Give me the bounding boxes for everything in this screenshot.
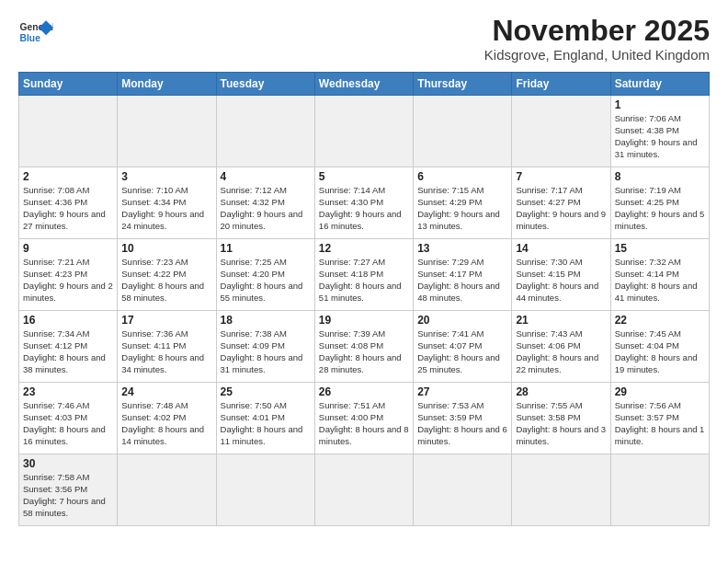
day-number: 28 <box>516 385 606 398</box>
day-info: Sunrise: 7:41 AM Sunset: 4:07 PM Dayligh… <box>417 328 507 375</box>
day-info: Sunrise: 7:30 AM Sunset: 4:15 PM Dayligh… <box>516 257 606 304</box>
weekday-header-row: Sunday Monday Tuesday Wednesday Thursday… <box>19 73 710 96</box>
day-number: 12 <box>319 242 409 255</box>
calendar-week-row: 1Sunrise: 7:06 AM Sunset: 4:38 PM Daylig… <box>19 96 710 167</box>
logo-area: General Blue <box>18 15 53 50</box>
table-row <box>512 454 610 526</box>
header-friday: Friday <box>512 73 610 96</box>
day-info: Sunrise: 7:10 AM Sunset: 4:34 PM Dayligh… <box>121 185 211 232</box>
day-info: Sunrise: 7:38 AM Sunset: 4:09 PM Dayligh… <box>221 328 311 375</box>
day-number: 8 <box>615 170 705 183</box>
table-row: 20Sunrise: 7:41 AM Sunset: 4:07 PM Dayli… <box>414 311 512 383</box>
table-row: 22Sunrise: 7:45 AM Sunset: 4:04 PM Dayli… <box>610 311 709 383</box>
day-info: Sunrise: 7:12 AM Sunset: 4:32 PM Dayligh… <box>221 185 311 232</box>
day-number: 9 <box>23 242 113 255</box>
table-row <box>414 96 512 167</box>
day-info: Sunrise: 7:15 AM Sunset: 4:29 PM Dayligh… <box>417 185 507 232</box>
day-info: Sunrise: 7:19 AM Sunset: 4:25 PM Dayligh… <box>615 185 705 232</box>
day-number: 17 <box>121 314 211 327</box>
calendar-subtitle: Kidsgrove, England, United Kingdom <box>484 47 710 63</box>
table-row: 17Sunrise: 7:36 AM Sunset: 4:11 PM Dayli… <box>118 311 216 383</box>
table-row <box>512 96 610 167</box>
day-number: 26 <box>319 385 409 398</box>
calendar-week-row: 30Sunrise: 7:58 AM Sunset: 3:56 PM Dayli… <box>19 454 710 526</box>
calendar-week-row: 16Sunrise: 7:34 AM Sunset: 4:12 PM Dayli… <box>19 311 710 383</box>
table-row <box>118 96 216 167</box>
table-row: 14Sunrise: 7:30 AM Sunset: 4:15 PM Dayli… <box>512 239 610 311</box>
table-row: 2Sunrise: 7:08 AM Sunset: 4:36 PM Daylig… <box>19 167 118 239</box>
day-info: Sunrise: 7:25 AM Sunset: 4:20 PM Dayligh… <box>221 257 311 304</box>
day-number: 11 <box>221 242 311 255</box>
day-number: 13 <box>417 242 507 255</box>
table-row: 10Sunrise: 7:23 AM Sunset: 4:22 PM Dayli… <box>118 239 216 311</box>
calendar-week-row: 2Sunrise: 7:08 AM Sunset: 4:36 PM Daylig… <box>19 167 710 239</box>
day-number: 6 <box>417 170 507 183</box>
table-row: 5Sunrise: 7:14 AM Sunset: 4:30 PM Daylig… <box>314 167 413 239</box>
calendar-week-row: 9Sunrise: 7:21 AM Sunset: 4:23 PM Daylig… <box>19 239 710 311</box>
header-monday: Monday <box>118 73 216 96</box>
day-number: 7 <box>516 170 606 183</box>
day-number: 10 <box>121 242 211 255</box>
day-number: 2 <box>23 170 113 183</box>
day-number: 25 <box>221 385 311 398</box>
header-thursday: Thursday <box>414 73 512 96</box>
table-row: 1Sunrise: 7:06 AM Sunset: 4:38 PM Daylig… <box>610 96 709 167</box>
svg-text:Blue: Blue <box>20 33 41 43</box>
day-number: 29 <box>615 385 705 398</box>
day-info: Sunrise: 7:39 AM Sunset: 4:08 PM Dayligh… <box>319 328 409 375</box>
day-info: Sunrise: 7:17 AM Sunset: 4:27 PM Dayligh… <box>516 185 606 232</box>
calendar-week-row: 23Sunrise: 7:46 AM Sunset: 4:03 PM Dayli… <box>19 383 710 454</box>
day-number: 16 <box>23 314 113 327</box>
day-info: Sunrise: 7:55 AM Sunset: 3:58 PM Dayligh… <box>516 400 606 447</box>
table-row: 19Sunrise: 7:39 AM Sunset: 4:08 PM Dayli… <box>314 311 413 383</box>
title-area: November 2025 Kidsgrove, England, United… <box>484 15 710 63</box>
day-info: Sunrise: 7:21 AM Sunset: 4:23 PM Dayligh… <box>23 257 113 304</box>
day-info: Sunrise: 7:58 AM Sunset: 3:56 PM Dayligh… <box>23 472 113 519</box>
day-info: Sunrise: 7:36 AM Sunset: 4:11 PM Dayligh… <box>121 328 211 375</box>
table-row: 12Sunrise: 7:27 AM Sunset: 4:18 PM Dayli… <box>314 239 413 311</box>
day-number: 27 <box>417 385 507 398</box>
day-number: 22 <box>615 314 705 327</box>
day-info: Sunrise: 7:48 AM Sunset: 4:02 PM Dayligh… <box>121 400 211 447</box>
day-info: Sunrise: 7:08 AM Sunset: 4:36 PM Dayligh… <box>23 185 113 232</box>
day-info: Sunrise: 7:45 AM Sunset: 4:04 PM Dayligh… <box>615 328 705 375</box>
day-info: Sunrise: 7:34 AM Sunset: 4:12 PM Dayligh… <box>23 328 113 375</box>
table-row: 11Sunrise: 7:25 AM Sunset: 4:20 PM Dayli… <box>216 239 314 311</box>
day-number: 21 <box>516 314 606 327</box>
generalblue-logo-icon: General Blue <box>18 15 53 50</box>
header-tuesday: Tuesday <box>216 73 314 96</box>
day-info: Sunrise: 7:27 AM Sunset: 4:18 PM Dayligh… <box>319 257 409 304</box>
header-wednesday: Wednesday <box>314 73 413 96</box>
header: General Blue November 2025 Kidsgrove, En… <box>18 15 710 63</box>
table-row: 4Sunrise: 7:12 AM Sunset: 4:32 PM Daylig… <box>216 167 314 239</box>
day-number: 24 <box>121 385 211 398</box>
day-number: 15 <box>615 242 705 255</box>
day-number: 3 <box>121 170 211 183</box>
day-number: 1 <box>615 98 705 111</box>
day-info: Sunrise: 7:32 AM Sunset: 4:14 PM Dayligh… <box>615 257 705 304</box>
table-row: 21Sunrise: 7:43 AM Sunset: 4:06 PM Dayli… <box>512 311 610 383</box>
table-row: 24Sunrise: 7:48 AM Sunset: 4:02 PM Dayli… <box>118 383 216 454</box>
table-row: 16Sunrise: 7:34 AM Sunset: 4:12 PM Dayli… <box>19 311 118 383</box>
table-row <box>314 96 413 167</box>
table-row: 3Sunrise: 7:10 AM Sunset: 4:34 PM Daylig… <box>118 167 216 239</box>
day-number: 30 <box>23 457 113 470</box>
day-info: Sunrise: 7:29 AM Sunset: 4:17 PM Dayligh… <box>417 257 507 304</box>
table-row: 8Sunrise: 7:19 AM Sunset: 4:25 PM Daylig… <box>610 167 709 239</box>
table-row: 18Sunrise: 7:38 AM Sunset: 4:09 PM Dayli… <box>216 311 314 383</box>
table-row <box>216 96 314 167</box>
day-info: Sunrise: 7:43 AM Sunset: 4:06 PM Dayligh… <box>516 328 606 375</box>
day-number: 23 <box>23 385 113 398</box>
day-info: Sunrise: 7:14 AM Sunset: 4:30 PM Dayligh… <box>319 185 409 232</box>
table-row: 30Sunrise: 7:58 AM Sunset: 3:56 PM Dayli… <box>19 454 118 526</box>
day-info: Sunrise: 7:46 AM Sunset: 4:03 PM Dayligh… <box>23 400 113 447</box>
table-row: 6Sunrise: 7:15 AM Sunset: 4:29 PM Daylig… <box>414 167 512 239</box>
page: General Blue November 2025 Kidsgrove, En… <box>0 0 728 535</box>
day-info: Sunrise: 7:50 AM Sunset: 4:01 PM Dayligh… <box>221 400 311 447</box>
table-row <box>216 454 314 526</box>
table-row: 25Sunrise: 7:50 AM Sunset: 4:01 PM Dayli… <box>216 383 314 454</box>
table-row: 13Sunrise: 7:29 AM Sunset: 4:17 PM Dayli… <box>414 239 512 311</box>
day-number: 20 <box>417 314 507 327</box>
day-info: Sunrise: 7:53 AM Sunset: 3:59 PM Dayligh… <box>417 400 507 447</box>
table-row <box>118 454 216 526</box>
